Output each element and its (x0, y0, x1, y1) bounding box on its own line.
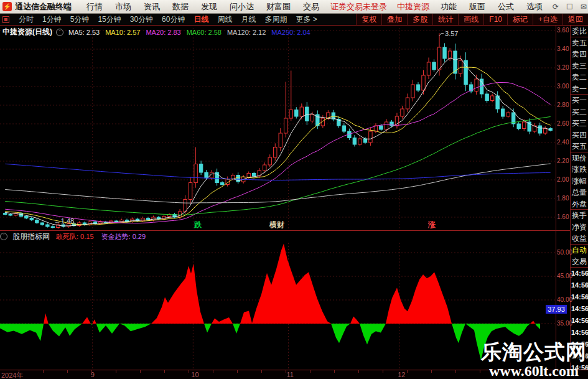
axis-tick (480, 370, 480, 373)
main-candlestick-chart[interactable]: 3.57←1.48跌横财涨 (0, 26, 556, 230)
menu-item-3[interactable]: 数据 (172, 1, 189, 12)
menu-item-1[interactable]: 市场 (115, 1, 131, 12)
axis-tick (91, 370, 92, 373)
action-button-4[interactable]: 画线 (458, 14, 483, 25)
tick-time-5[interactable]: 14:56 (571, 327, 588, 339)
axis-tick (116, 370, 116, 373)
menu-item-6[interactable]: 财富圈 (266, 1, 291, 12)
right-menu-item-2[interactable]: 公式 (498, 1, 514, 12)
tick-time-3[interactable]: 14:56 (571, 303, 588, 315)
timeframe-tab-10[interactable]: 更多 > (296, 14, 317, 25)
timeframe-tab-6[interactable]: 日线 (194, 14, 208, 25)
topbar-right-menu: 功能版面公式选项 (434, 1, 549, 12)
app-logo-icon: ⚡ (2, 2, 12, 11)
axis-tick (383, 370, 383, 373)
collapse-indicator-icon[interactable]: ˇ (0, 233, 7, 240)
timeframe-tab-9[interactable]: 多周期 (264, 14, 287, 25)
right-menu-item-0[interactable]: 功能 (441, 1, 457, 12)
menu-item-7[interactable]: 交易 (303, 1, 319, 12)
panel-divider (0, 230, 570, 231)
axis-tick (19, 370, 19, 373)
mail-icon[interactable]: ✉ (581, 2, 587, 11)
tick-time-0[interactable]: 14:56 (571, 268, 588, 279)
indicator-tick-3: 35.00 (557, 320, 572, 327)
main-price-tick-0: 3.60 (557, 27, 572, 34)
device-icon[interactable]: ☐ (566, 2, 573, 11)
svg-text:涨: 涨 (427, 220, 436, 229)
main-price-tick-4: 2.80 (557, 101, 572, 108)
action-button-6[interactable]: 标记 (507, 14, 533, 25)
action-button-7[interactable]: +自选 (533, 14, 562, 25)
sidebar-row-14: 总量 (571, 187, 588, 199)
tick-time-2[interactable]: 14:56 (571, 291, 588, 303)
sidebar-row-19[interactable]: 自动 (571, 245, 588, 256)
menu-item-0[interactable]: 行情 (86, 1, 103, 12)
tick-time-1[interactable]: 14:56 (571, 279, 588, 291)
right-menu-item-1[interactable]: 版面 (469, 1, 485, 12)
main-price-tick-5: 2.60 (557, 120, 572, 127)
collapse-main-icon[interactable]: ˇ (56, 29, 63, 36)
indicator-current-value: 37.93 (546, 305, 567, 314)
sidebar-row-10: 买五 (571, 141, 588, 152)
sidebar-row-5: 卖一 (571, 83, 588, 95)
timeframe-tab-0[interactable]: 分时 (19, 14, 34, 25)
main-price-tick-8: 2.00 (557, 176, 572, 183)
topbar: ⚡ 通达信金融终端 行情市场资讯数据发现问小达财富圈交易 证券交易未登录 中捷资… (0, 0, 588, 14)
axis-tick (237, 370, 238, 373)
axis-month-label-2: 11 (287, 371, 294, 378)
svg-text:跌: 跌 (194, 220, 202, 229)
timeframe-tab-7[interactable]: 周线 (217, 14, 232, 25)
sidebar-row-6: 买一 (571, 95, 588, 106)
refresh-icon[interactable]: ⟳ (553, 2, 559, 11)
tick-time-4[interactable]: 14:56 (571, 315, 588, 327)
price-scale-column: 3.603.403.203.002.802.602.402.202.001.80… (556, 26, 570, 370)
ma-value-labels: MA5: 2.53MA10: 2.57MA20: 2.83MA60: 2.58M… (68, 29, 316, 36)
action-button-0[interactable]: 复权 (356, 14, 381, 25)
chart-title-row: 中捷资源(日线) ˇ MA5: 2.53MA10: 2.57MA20: 2.83… (2, 27, 316, 37)
chart-mode-icon[interactable] (2, 16, 9, 23)
menu-item-4[interactable]: 发现 (201, 1, 217, 12)
sidebar-row-18: 收益 (571, 233, 588, 245)
axis-tick (164, 370, 165, 373)
axis-tick (358, 370, 359, 373)
action-button-5[interactable]: F10 (483, 14, 507, 25)
axis-tick (67, 370, 68, 373)
action-button-1[interactable]: 叠加 (381, 14, 407, 25)
indicator-area-chart[interactable] (0, 241, 556, 370)
axis-tick (140, 370, 141, 373)
main-price-tick-10: 1.60 (557, 213, 572, 220)
trade-login-status[interactable]: 证券交易未登录 (330, 1, 387, 12)
action-button-3[interactable]: 统计 (432, 14, 458, 25)
indicator-tick-2: 40.00 (557, 296, 572, 303)
sidebar-row-16: 换手 (571, 210, 588, 222)
timeframe-tab-4[interactable]: 30分钟 (130, 14, 153, 25)
axis-tick (310, 370, 310, 373)
sidebar-row-12: 涨跌 (571, 164, 588, 175)
ma-label-1: MA10: 2.57 (105, 29, 140, 36)
indicator-value-zijinqushi: 资金趋势: 0.29 (101, 232, 146, 241)
axis-tick (189, 370, 189, 373)
axis-year-label: 2024年 (1, 371, 23, 379)
timeframe-tab-8[interactable]: 月线 (241, 14, 256, 25)
sidebar-row-9: 买四 (571, 129, 588, 141)
right-menu-item-3[interactable]: 选项 (526, 1, 543, 12)
timeframe-tab-3[interactable]: 15分钟 (98, 14, 121, 25)
indicator-source-label[interactable]: 股朋指标网 (12, 232, 50, 242)
timeframe-tab-5[interactable]: 60分钟 (162, 14, 185, 25)
stock-title[interactable]: 中捷资源(日线) (2, 27, 52, 37)
sidebar-row-17: 净资 (571, 222, 588, 233)
sidebar-row-4: 卖二 (571, 72, 588, 83)
timeframe-tab-1[interactable]: 1分钟 (42, 14, 62, 25)
timeframe-tab-2[interactable]: 5分钟 (70, 14, 90, 25)
indicator-header: ˇ 股朋指标网 敢死队: 0.15 资金趋势: 0.29 (0, 232, 556, 241)
stock-shortcut[interactable]: 中捷资源 (397, 1, 429, 12)
menu-item-2[interactable]: 资讯 (144, 1, 160, 12)
action-button-2[interactable]: 多股 (407, 14, 432, 25)
menu-item-5[interactable]: 问小达 (230, 1, 254, 12)
action-button-8[interactable]: 返回 (562, 14, 588, 25)
axis-month-label-3: 12 (398, 371, 405, 378)
sidebar-row-11: 现价 (571, 152, 588, 164)
sidebar-row-20[interactable]: 交易 (571, 256, 588, 268)
main-price-tick-1: 3.40 (557, 45, 572, 52)
sidebar-row-1: 卖五 (571, 37, 588, 49)
